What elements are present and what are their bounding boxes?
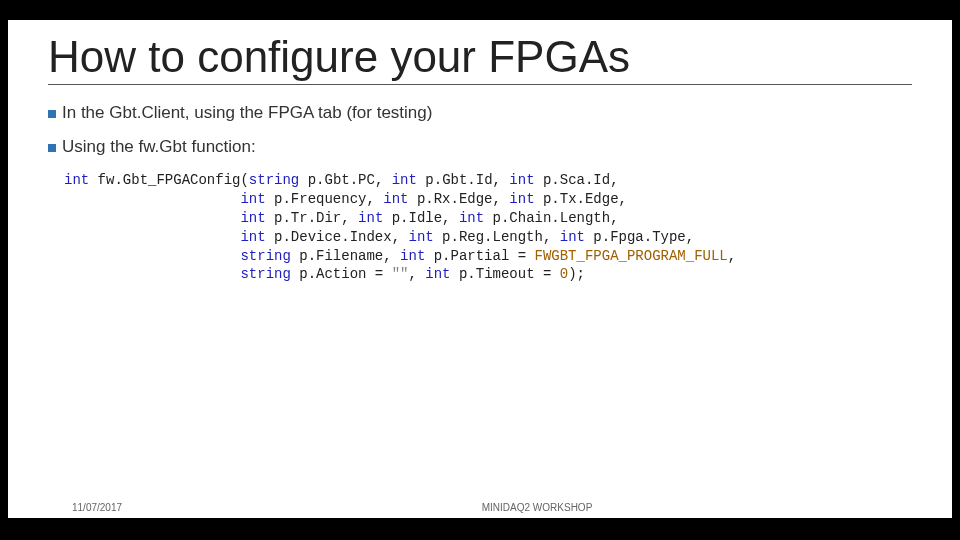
keyword-int: int [392, 172, 417, 188]
code-param: p.Timeout = [451, 266, 560, 282]
bullet-text: In the Gbt.Client, using the FPGA tab (f… [62, 103, 432, 123]
code-param: p.Tx.Edge, [535, 191, 627, 207]
code-param: p.Action = [291, 266, 392, 282]
code-param: p.Filename, [291, 248, 400, 264]
code-param: p.Frequency, [266, 191, 384, 207]
bullet-square-icon [48, 144, 56, 152]
code-block: int fw.Gbt_FPGAConfig(string p.Gbt.PC, i… [48, 171, 912, 284]
code-param: p.Rx.Edge, [409, 191, 510, 207]
keyword-int: int [64, 172, 89, 188]
keyword-string: string [249, 172, 299, 188]
code-indent [64, 229, 240, 245]
code-param: p.Idle, [383, 210, 459, 226]
bullet-text: Using the fw.Gbt function: [62, 137, 256, 157]
code-comma: , [728, 248, 736, 264]
code-const: 0 [560, 266, 568, 282]
keyword-int: int [408, 229, 433, 245]
code-close: ); [568, 266, 585, 282]
bullet-item: Using the fw.Gbt function: [48, 137, 912, 157]
code-fn: fw.Gbt_FPGAConfig( [89, 172, 249, 188]
keyword-int: int [459, 210, 484, 226]
keyword-int: int [425, 266, 450, 282]
keyword-string: string [240, 266, 290, 282]
code-comma: , [409, 266, 417, 282]
bullet-square-icon [48, 110, 56, 118]
keyword-int: int [240, 210, 265, 226]
keyword-int: int [509, 172, 534, 188]
code-param: p.Sca.Id, [535, 172, 619, 188]
keyword-int: int [509, 191, 534, 207]
bullet-item: In the Gbt.Client, using the FPGA tab (f… [48, 103, 912, 123]
code-param: p.Chain.Length, [484, 210, 618, 226]
code-indent [64, 191, 240, 207]
keyword-int: int [358, 210, 383, 226]
footer-title: MINIDAQ2 WORKSHOP [122, 502, 952, 513]
slide: How to configure your FPGAs In the Gbt.C… [8, 20, 952, 518]
code-string-literal: "" [392, 266, 409, 282]
code-indent [64, 266, 240, 282]
keyword-int: int [400, 248, 425, 264]
code-indent [64, 210, 240, 226]
code-indent [64, 248, 240, 264]
footer-date: 11/07/2017 [8, 502, 122, 513]
slide-footer: 11/07/2017 MINIDAQ2 WORKSHOP [8, 496, 952, 518]
code-param: p.Fpga.Type, [585, 229, 694, 245]
keyword-int: int [383, 191, 408, 207]
code-const: FWGBT_FPGA_PROGRAM_FULL [535, 248, 728, 264]
keyword-int: int [240, 191, 265, 207]
slide-title: How to configure your FPGAs [8, 20, 952, 84]
code-param: p.Device.Index, [266, 229, 409, 245]
code-param: p.Gbt.Id, [417, 172, 509, 188]
keyword-int: int [560, 229, 585, 245]
code-param: p.Partial = [425, 248, 534, 264]
keyword-string: string [240, 248, 290, 264]
code-param: p.Tr.Dir, [266, 210, 358, 226]
code-param: p.Reg.Length, [434, 229, 560, 245]
code-param: p.Gbt.PC, [299, 172, 391, 188]
slide-body: In the Gbt.Client, using the FPGA tab (f… [8, 85, 952, 284]
keyword-int: int [240, 229, 265, 245]
